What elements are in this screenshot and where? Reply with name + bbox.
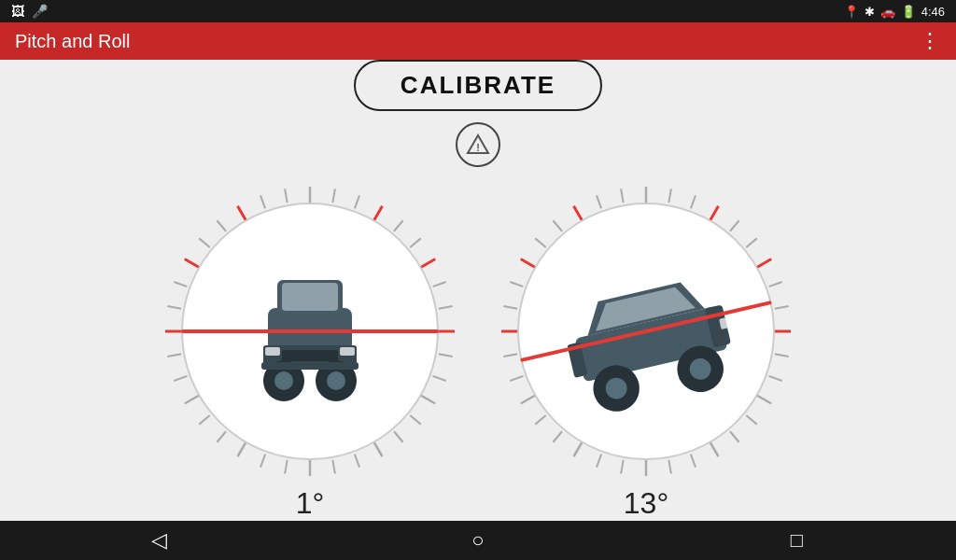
svg-line-4 xyxy=(332,189,335,203)
status-left-icons: 🖼 🎤 xyxy=(11,4,48,19)
svg-line-11 xyxy=(439,306,453,309)
svg-line-32 xyxy=(174,282,187,287)
car-icon: 🚗 xyxy=(880,5,895,19)
svg-line-86 xyxy=(621,189,624,203)
svg-line-68 xyxy=(668,460,671,474)
warning-button[interactable]: ! xyxy=(456,122,500,167)
svg-line-5 xyxy=(355,196,359,209)
bottom-nav: ◁ ○ □ xyxy=(0,521,956,560)
status-bar: 🖼 🎤 📍 ✱ 🚗 🔋 4:46 xyxy=(0,0,956,22)
svg-line-22 xyxy=(285,460,288,474)
svg-line-64 xyxy=(746,415,756,425)
svg-line-37 xyxy=(260,196,265,209)
svg-line-67 xyxy=(691,455,696,468)
svg-line-83 xyxy=(553,221,562,231)
svg-line-82 xyxy=(535,239,545,248)
status-right-icons: 📍 ✱ 🚗 🔋 4:46 xyxy=(844,5,945,19)
svg-text:!: ! xyxy=(476,142,480,153)
battery-icon: 🔋 xyxy=(901,5,916,19)
bluetooth-icon: ✱ xyxy=(865,5,875,19)
back-button[interactable]: ◁ xyxy=(132,522,188,559)
svg-line-28 xyxy=(174,376,187,381)
svg-rect-48 xyxy=(261,362,358,370)
svg-line-10 xyxy=(433,282,446,287)
pitch-gauge-outer xyxy=(161,182,459,481)
svg-line-70 xyxy=(621,460,624,474)
photo-icon: 🖼 xyxy=(11,4,24,19)
svg-line-73 xyxy=(553,431,562,441)
svg-line-13 xyxy=(439,355,453,357)
svg-point-45 xyxy=(274,371,293,390)
svg-line-77 xyxy=(503,355,517,357)
svg-line-20 xyxy=(332,460,335,474)
svg-line-59 xyxy=(775,306,789,309)
svg-line-56 xyxy=(746,239,756,248)
svg-line-52 xyxy=(668,189,671,203)
roll-value: 13° xyxy=(624,486,668,521)
svg-line-15 xyxy=(419,395,435,404)
svg-line-53 xyxy=(691,196,696,209)
svg-line-7 xyxy=(394,221,403,231)
svg-line-66 xyxy=(710,441,719,456)
svg-line-14 xyxy=(433,376,446,381)
svg-rect-41 xyxy=(282,283,338,311)
svg-line-23 xyxy=(260,455,265,468)
mic-icon: 🎤 xyxy=(32,4,48,19)
svg-line-63 xyxy=(755,395,771,404)
svg-line-74 xyxy=(535,415,545,425)
svg-line-19 xyxy=(355,455,359,468)
overflow-menu-button[interactable]: ⋮ xyxy=(920,29,941,53)
roll-gauge-outer xyxy=(497,182,795,481)
svg-line-25 xyxy=(217,431,226,441)
svg-line-29 xyxy=(167,355,181,357)
app-bar: Pitch and Roll ⋮ xyxy=(0,22,956,60)
svg-line-55 xyxy=(730,221,739,231)
top-controls: CALIBRATE ! xyxy=(354,60,602,167)
svg-line-18 xyxy=(373,441,383,456)
svg-line-79 xyxy=(503,306,517,309)
svg-line-65 xyxy=(730,431,739,441)
svg-line-61 xyxy=(775,355,789,357)
svg-rect-43 xyxy=(282,350,338,361)
app-title: Pitch and Roll xyxy=(15,31,130,52)
calibrate-button[interactable]: CALIBRATE xyxy=(354,60,602,111)
svg-line-34 xyxy=(199,239,209,248)
roll-gauge-container: 13° xyxy=(497,182,795,521)
svg-line-8 xyxy=(410,239,420,248)
time-display: 4:46 xyxy=(921,5,945,19)
svg-line-35 xyxy=(217,221,226,231)
svg-line-17 xyxy=(394,431,403,441)
main-content: CALIBRATE ! xyxy=(0,60,956,521)
svg-line-26 xyxy=(199,415,209,425)
pitch-value: 1° xyxy=(296,486,325,521)
svg-line-16 xyxy=(410,415,420,425)
svg-line-38 xyxy=(285,189,288,203)
gauges-row: 1° xyxy=(161,182,795,521)
svg-line-31 xyxy=(167,306,181,309)
svg-line-76 xyxy=(510,376,523,381)
svg-rect-50 xyxy=(340,347,355,356)
svg-line-85 xyxy=(597,196,601,209)
warning-triangle-icon: ! xyxy=(466,133,490,157)
svg-line-80 xyxy=(510,282,523,287)
svg-rect-49 xyxy=(265,347,280,356)
svg-line-58 xyxy=(769,282,782,287)
pitch-red-line xyxy=(181,329,439,333)
svg-line-71 xyxy=(597,455,601,468)
recent-apps-button[interactable]: □ xyxy=(768,522,824,559)
pitch-gauge-container: 1° xyxy=(161,182,459,521)
svg-line-62 xyxy=(769,376,782,381)
location-icon: 📍 xyxy=(844,5,859,19)
home-button[interactable]: ○ xyxy=(450,522,506,559)
svg-point-47 xyxy=(327,371,345,390)
